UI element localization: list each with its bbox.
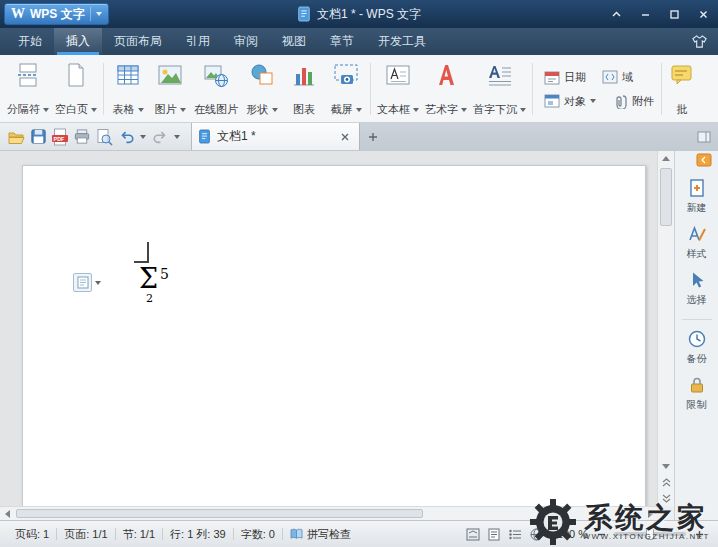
sidebar-item-select[interactable]: 选择 (687, 270, 707, 307)
tab-home[interactable]: 开始 (6, 28, 54, 55)
page-view-icon[interactable] (488, 528, 500, 541)
ribbon-separator (532, 63, 533, 115)
object-label: 对象 (564, 94, 586, 109)
web-view-icon[interactable] (530, 528, 543, 541)
tab-references[interactable]: 引用 (174, 28, 222, 55)
outline-view-icon[interactable] (508, 528, 522, 541)
zoom-slider-thumb[interactable] (646, 528, 654, 540)
insert-object-button[interactable]: 对象 (544, 93, 596, 109)
calendar-icon (544, 69, 560, 85)
horizontal-scroll-thumb[interactable] (16, 509, 423, 518)
scroll-down-button[interactable] (658, 459, 674, 474)
horizontal-scrollbar[interactable] (0, 506, 657, 520)
zoom-out-button[interactable] (594, 527, 608, 541)
picture-label: 图片 (155, 102, 177, 117)
chart-label: 图表 (293, 102, 315, 117)
insert-wordart-button[interactable]: 艺术字 (422, 58, 470, 120)
picture-icon (157, 62, 183, 88)
spellcheck-label: 拼写检查 (307, 527, 351, 542)
plus-icon (695, 530, 704, 539)
redo-button[interactable] (149, 126, 171, 148)
sidebar-separator (682, 319, 712, 320)
tab-section[interactable]: 章节 (318, 28, 366, 55)
zoom-slider[interactable] (614, 532, 686, 536)
maximize-button[interactable] (660, 0, 689, 28)
scroll-up-button[interactable] (658, 151, 674, 166)
chevron-down-icon (91, 108, 97, 112)
shapes-label: 形状 (247, 102, 269, 117)
save-icon (30, 128, 47, 145)
insert-chart-button[interactable]: 图表 (283, 58, 325, 120)
sidebar-item-restrict[interactable]: 限制 (687, 375, 707, 412)
expand-panel-button[interactable] (696, 153, 714, 169)
paste-options-button[interactable] (73, 273, 101, 292)
fullscreen-view-icon[interactable] (466, 528, 480, 541)
save-button[interactable] (27, 126, 49, 148)
chevron-down-icon (174, 135, 180, 139)
chevron-down-icon (356, 108, 362, 112)
tab-developer[interactable]: 开发工具 (366, 28, 438, 55)
open-file-button[interactable] (5, 126, 27, 148)
insert-blank-page-button[interactable]: 空白页 (52, 58, 100, 120)
insert-textbox-button[interactable]: 文本框 (374, 58, 422, 120)
summation-formula[interactable]: Σ 5 2 (139, 265, 183, 307)
document-canvas[interactable]: Σ 5 2 (0, 151, 657, 506)
collapse-ribbon-button[interactable] (602, 0, 631, 28)
sidebar-item-new[interactable]: 新建 (687, 178, 707, 215)
status-bar: 页码: 1 页面: 1/1 节: 1/1 行: 1 列: 39 字数: 0 拼写… (0, 520, 718, 547)
status-word-count[interactable]: 字数: 0 (234, 527, 282, 542)
vertical-scrollbar[interactable] (657, 151, 674, 506)
new-document-tab-button[interactable] (360, 123, 386, 150)
next-page-button[interactable] (658, 491, 674, 506)
vertical-scroll-thumb[interactable] (660, 168, 672, 226)
print-button[interactable] (71, 126, 93, 148)
table-label: 表格 (113, 102, 135, 117)
insert-shapes-button[interactable]: 形状 (241, 58, 283, 120)
tab-page-layout[interactable]: 页面布局 (102, 28, 174, 55)
wps-menu-caret[interactable] (90, 7, 102, 21)
insert-online-picture-button[interactable]: 在线图片 (191, 58, 241, 120)
scroll-left-button[interactable] (0, 507, 14, 520)
document-tab[interactable]: 文档1 * (192, 123, 360, 150)
undo-history-caret[interactable] (137, 135, 149, 139)
undo-button[interactable] (115, 126, 137, 148)
insert-table-button[interactable]: 表格 (107, 58, 149, 120)
redo-icon (152, 129, 169, 145)
sidebar-item-backup[interactable]: 备份 (687, 329, 707, 366)
maximize-icon (669, 9, 680, 20)
insert-attachment-button[interactable]: 附件 (612, 93, 654, 109)
document-page[interactable]: Σ 5 2 (22, 165, 646, 506)
close-button[interactable] (689, 0, 718, 28)
close-document-button[interactable] (337, 129, 353, 145)
tab-review[interactable]: 审阅 (222, 28, 270, 55)
insert-date-button[interactable]: 日期 (544, 69, 586, 85)
insert-screenshot-button[interactable]: 截屏 (325, 58, 367, 120)
toolbar-options-caret[interactable] (171, 135, 183, 139)
wps-menu-button[interactable]: W WPS 文字 (4, 3, 109, 25)
export-pdf-button[interactable]: PDF (49, 126, 71, 148)
triangle-up-icon (662, 156, 670, 161)
new-document-icon (687, 178, 707, 198)
window-controls (602, 0, 718, 28)
zoom-level[interactable]: 100 % (557, 528, 588, 540)
zoom-in-button[interactable] (692, 527, 706, 541)
print-preview-button[interactable] (93, 126, 115, 148)
formula-subscript: 2 (146, 292, 153, 305)
insert-dropcap-button[interactable]: 首字下沉 (470, 58, 529, 120)
tab-insert[interactable]: 插入 (54, 28, 102, 55)
insert-comment-button[interactable]: 批 (665, 58, 699, 120)
insert-field-button[interactable]: 域 (602, 69, 633, 85)
tab-view[interactable]: 视图 (270, 28, 318, 55)
change-skin-button[interactable] (691, 28, 708, 55)
insert-picture-button[interactable]: 图片 (149, 58, 191, 120)
scroll-right-button[interactable] (643, 507, 657, 520)
toolbar-panel-button[interactable] (694, 127, 714, 147)
clipboard-icon (77, 276, 89, 289)
previous-page-button[interactable] (658, 475, 674, 490)
status-page-count: 页面: 1/1 (57, 527, 114, 542)
minimize-button[interactable] (631, 0, 660, 28)
spellcheck-button[interactable]: 拼写检查 (283, 527, 358, 542)
insert-break-button[interactable]: 分隔符 (4, 58, 52, 120)
sidebar-item-styles[interactable]: 样式 (687, 224, 707, 261)
textbox-icon (385, 62, 411, 88)
